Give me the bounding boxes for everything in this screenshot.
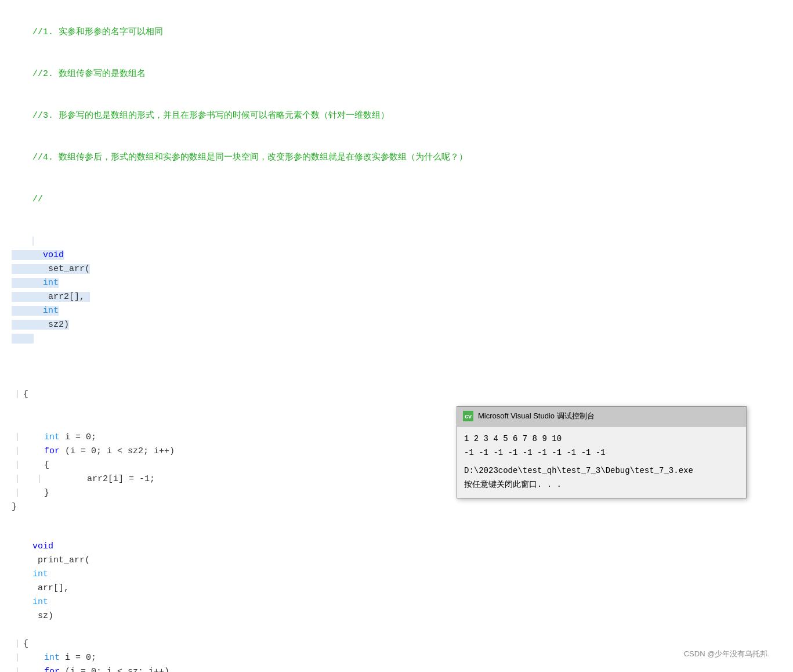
console-window: cv Microsoft Visual Studio 调试控制台 1 2 3 4… [457, 406, 747, 498]
print-arr-signature: void print_arr( int arr[], int sz) [12, 526, 781, 637]
set-arr-signature: void set_arr( int arr2[], int sz2) [12, 221, 781, 360]
spacer-1 [12, 514, 781, 526]
code-area: //1. 实参和形参的名字可以相同 //2. 数组传参写的是数组名 //3. 形… [12, 12, 781, 672]
console-icon: cv [463, 411, 473, 421]
comment-line-3: //3. 形参写的也是数组的形式，并且在形参书写的时候可以省略元素个数（针对一维… [12, 95, 781, 137]
console-output-2: -1 -1 -1 -1 -1 -1 -1 -1 -1 -1 [464, 446, 739, 460]
console-output-1: 1 2 3 4 5 6 7 8 9 10 [464, 432, 739, 446]
console-body: 1 2 3 4 5 6 7 8 9 10 -1 -1 -1 -1 -1 -1 -… [457, 427, 746, 498]
print-arr-open-brace: | { [12, 637, 781, 651]
console-title: Microsoft Visual Studio 调试控制台 [478, 410, 595, 422]
comment-line-1: //1. 实参和形参的名字可以相同 [12, 12, 781, 53]
console-titlebar: cv Microsoft Visual Studio 调试控制台 [457, 407, 746, 427]
console-close-msg: 按任意键关闭此窗口. . . [464, 478, 739, 492]
print-arr-line-2: | for (i = 0; i < sz; i++) [12, 665, 781, 672]
comment-line-4: //4. 数组传参后，形式的数组和实参的数组是同一块空间，改变形参的数组就是在修… [12, 137, 781, 179]
console-path: D:\2023code\test_qh\test_7_3\Debug\test_… [464, 464, 739, 478]
print-arr-line-1: | int i = 0; [12, 651, 781, 665]
comment-line-5: // [12, 179, 781, 221]
set-arr-close-brace: } [12, 500, 781, 514]
footer-text: CSDN @少年没有乌托邦. [684, 648, 770, 660]
comment-line-2: //2. 数组传参写的是数组名 [12, 53, 781, 95]
